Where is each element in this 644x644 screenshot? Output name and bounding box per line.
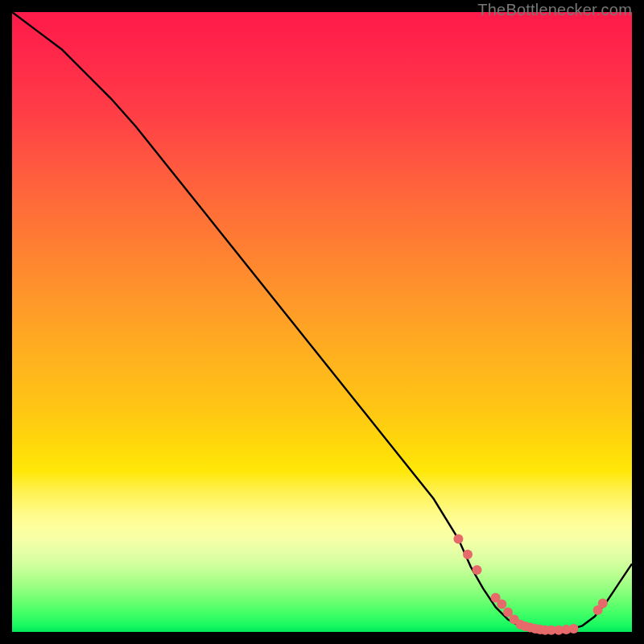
marker-group [453,535,607,635]
marker-point [569,624,579,634]
chart-svg [12,12,632,632]
marker-point [453,535,463,544]
marker-point [463,550,473,559]
chart-frame: TheBottlenecker.com [12,12,632,632]
marker-point [598,599,608,609]
marker-point [503,607,513,617]
bottleneck-curve [12,12,632,631]
marker-point [473,565,482,575]
marker-point [497,599,506,609]
